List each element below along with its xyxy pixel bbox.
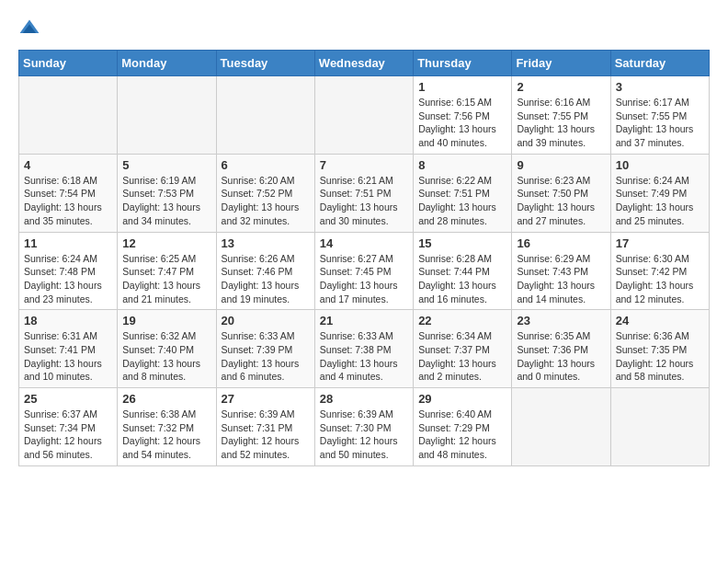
day-detail: Sunrise: 6:25 AMSunset: 7:47 PMDaylight:… <box>122 252 210 306</box>
weekday-header-saturday: Saturday <box>610 51 709 76</box>
calendar-cell: 19Sunrise: 6:32 AMSunset: 7:40 PMDayligh… <box>118 310 216 388</box>
calendar-table: SundayMondayTuesdayWednesdayThursdayFrid… <box>18 50 710 466</box>
day-detail: Sunrise: 6:23 AMSunset: 7:50 PMDaylight:… <box>517 174 605 228</box>
day-detail: Sunrise: 6:29 AMSunset: 7:43 PMDaylight:… <box>517 252 605 306</box>
calendar-cell <box>610 388 709 466</box>
day-detail: Sunrise: 6:18 AMSunset: 7:54 PMDaylight:… <box>24 174 112 228</box>
calendar-cell: 10Sunrise: 6:24 AMSunset: 7:49 PMDayligh… <box>610 154 709 232</box>
day-number: 7 <box>320 158 408 172</box>
day-number: 9 <box>517 158 605 172</box>
day-detail: Sunrise: 6:26 AMSunset: 7:46 PMDaylight:… <box>222 252 310 306</box>
day-number: 16 <box>517 236 605 250</box>
weekday-header-monday: Monday <box>118 51 216 76</box>
day-detail: Sunrise: 6:37 AMSunset: 7:34 PMDaylight:… <box>24 408 112 462</box>
weekday-header-row: SundayMondayTuesdayWednesdayThursdayFrid… <box>19 51 710 76</box>
day-detail: Sunrise: 6:20 AMSunset: 7:52 PMDaylight:… <box>222 174 310 228</box>
day-detail: Sunrise: 6:16 AMSunset: 7:55 PMDaylight:… <box>517 96 605 150</box>
day-number: 17 <box>616 236 704 250</box>
day-detail: Sunrise: 6:32 AMSunset: 7:40 PMDaylight:… <box>122 329 210 384</box>
calendar-cell: 12Sunrise: 6:25 AMSunset: 7:47 PMDayligh… <box>118 232 216 310</box>
calendar-cell: 16Sunrise: 6:29 AMSunset: 7:43 PMDayligh… <box>512 232 610 310</box>
day-detail: Sunrise: 6:28 AMSunset: 7:44 PMDaylight:… <box>418 252 506 306</box>
day-detail: Sunrise: 6:39 AMSunset: 7:30 PMDaylight:… <box>320 408 408 462</box>
calendar-cell: 13Sunrise: 6:26 AMSunset: 7:46 PMDayligh… <box>216 232 314 310</box>
day-number: 22 <box>418 314 506 327</box>
calendar-cell: 25Sunrise: 6:37 AMSunset: 7:34 PMDayligh… <box>19 388 118 466</box>
day-number: 11 <box>24 236 112 250</box>
calendar-week-row: 11Sunrise: 6:24 AMSunset: 7:48 PMDayligh… <box>19 232 710 310</box>
day-number: 25 <box>24 392 112 406</box>
day-number: 1 <box>418 80 506 94</box>
calendar-cell: 11Sunrise: 6:24 AMSunset: 7:48 PMDayligh… <box>19 232 118 310</box>
calendar-cell <box>216 76 314 155</box>
calendar-cell: 20Sunrise: 6:33 AMSunset: 7:39 PMDayligh… <box>216 310 314 388</box>
calendar-cell <box>19 76 118 155</box>
day-detail: Sunrise: 6:33 AMSunset: 7:39 PMDaylight:… <box>222 329 310 384</box>
day-detail: Sunrise: 6:31 AMSunset: 7:41 PMDaylight:… <box>24 329 112 384</box>
day-detail: Sunrise: 6:40 AMSunset: 7:29 PMDaylight:… <box>418 408 506 462</box>
day-number: 21 <box>320 314 408 327</box>
calendar-week-row: 4Sunrise: 6:18 AMSunset: 7:54 PMDaylight… <box>19 154 710 232</box>
calendar-cell: 5Sunrise: 6:19 AMSunset: 7:53 PMDaylight… <box>118 154 216 232</box>
calendar-week-row: 25Sunrise: 6:37 AMSunset: 7:34 PMDayligh… <box>19 388 710 466</box>
calendar-week-row: 1Sunrise: 6:15 AMSunset: 7:56 PMDaylight… <box>19 76 710 155</box>
calendar-cell: 18Sunrise: 6:31 AMSunset: 7:41 PMDayligh… <box>19 310 118 388</box>
calendar-cell: 28Sunrise: 6:39 AMSunset: 7:30 PMDayligh… <box>314 388 413 466</box>
calendar-cell: 15Sunrise: 6:28 AMSunset: 7:44 PMDayligh… <box>414 232 512 310</box>
day-detail: Sunrise: 6:22 AMSunset: 7:51 PMDaylight:… <box>418 174 506 228</box>
day-number: 24 <box>616 314 704 327</box>
day-number: 2 <box>517 80 605 94</box>
day-number: 8 <box>418 158 506 172</box>
day-number: 28 <box>320 392 408 406</box>
day-detail: Sunrise: 6:27 AMSunset: 7:45 PMDaylight:… <box>320 252 408 306</box>
day-detail: Sunrise: 6:19 AMSunset: 7:53 PMDaylight:… <box>122 174 210 228</box>
day-detail: Sunrise: 6:38 AMSunset: 7:32 PMDaylight:… <box>122 408 210 462</box>
calendar-cell: 24Sunrise: 6:36 AMSunset: 7:35 PMDayligh… <box>610 310 709 388</box>
day-detail: Sunrise: 6:34 AMSunset: 7:37 PMDaylight:… <box>418 329 506 384</box>
calendar-cell: 26Sunrise: 6:38 AMSunset: 7:32 PMDayligh… <box>118 388 216 466</box>
day-number: 27 <box>222 392 310 406</box>
day-detail: Sunrise: 6:35 AMSunset: 7:36 PMDaylight:… <box>517 329 605 384</box>
day-number: 26 <box>122 392 210 406</box>
day-detail: Sunrise: 6:39 AMSunset: 7:31 PMDaylight:… <box>222 408 310 462</box>
calendar-cell: 9Sunrise: 6:23 AMSunset: 7:50 PMDaylight… <box>512 154 610 232</box>
logo <box>18 18 44 40</box>
day-detail: Sunrise: 6:24 AMSunset: 7:49 PMDaylight:… <box>616 174 704 228</box>
day-detail: Sunrise: 6:15 AMSunset: 7:56 PMDaylight:… <box>418 96 506 150</box>
calendar-cell: 21Sunrise: 6:33 AMSunset: 7:38 PMDayligh… <box>314 310 413 388</box>
day-number: 14 <box>320 236 408 250</box>
weekday-header-friday: Friday <box>512 51 610 76</box>
weekday-header-tuesday: Tuesday <box>216 51 314 76</box>
day-number: 20 <box>222 314 310 327</box>
day-detail: Sunrise: 6:21 AMSunset: 7:51 PMDaylight:… <box>320 174 408 228</box>
weekday-header-thursday: Thursday <box>414 51 512 76</box>
calendar-week-row: 18Sunrise: 6:31 AMSunset: 7:41 PMDayligh… <box>19 310 710 388</box>
day-detail: Sunrise: 6:17 AMSunset: 7:55 PMDaylight:… <box>616 96 704 150</box>
calendar-cell: 6Sunrise: 6:20 AMSunset: 7:52 PMDaylight… <box>216 154 314 232</box>
day-detail: Sunrise: 6:24 AMSunset: 7:48 PMDaylight:… <box>24 252 112 306</box>
day-number: 18 <box>24 314 112 327</box>
page-header <box>18 18 710 40</box>
calendar-cell: 3Sunrise: 6:17 AMSunset: 7:55 PMDaylight… <box>610 76 709 155</box>
day-number: 6 <box>222 158 310 172</box>
day-number: 23 <box>517 314 605 327</box>
weekday-header-wednesday: Wednesday <box>314 51 413 76</box>
calendar-cell <box>118 76 216 155</box>
calendar-cell: 4Sunrise: 6:18 AMSunset: 7:54 PMDaylight… <box>19 154 118 232</box>
calendar-cell: 7Sunrise: 6:21 AMSunset: 7:51 PMDaylight… <box>314 154 413 232</box>
calendar-cell: 29Sunrise: 6:40 AMSunset: 7:29 PMDayligh… <box>414 388 512 466</box>
calendar-cell: 2Sunrise: 6:16 AMSunset: 7:55 PMDaylight… <box>512 76 610 155</box>
day-number: 10 <box>616 158 704 172</box>
calendar-cell <box>314 76 413 155</box>
day-detail: Sunrise: 6:30 AMSunset: 7:42 PMDaylight:… <box>616 252 704 306</box>
day-number: 19 <box>122 314 210 327</box>
calendar-cell: 22Sunrise: 6:34 AMSunset: 7:37 PMDayligh… <box>414 310 512 388</box>
day-number: 12 <box>122 236 210 250</box>
day-number: 15 <box>418 236 506 250</box>
calendar-cell: 1Sunrise: 6:15 AMSunset: 7:56 PMDaylight… <box>414 76 512 155</box>
weekday-header-sunday: Sunday <box>19 51 118 76</box>
calendar-cell: 17Sunrise: 6:30 AMSunset: 7:42 PMDayligh… <box>610 232 709 310</box>
day-number: 3 <box>616 80 704 94</box>
day-detail: Sunrise: 6:36 AMSunset: 7:35 PMDaylight:… <box>616 329 704 384</box>
calendar-cell <box>512 388 610 466</box>
